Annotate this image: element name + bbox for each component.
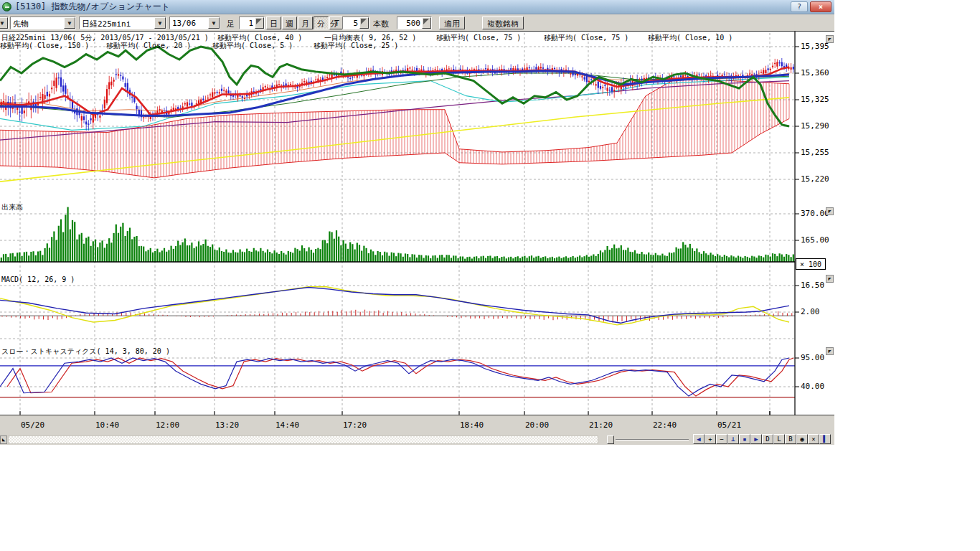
y-axis-tick-label: 165.00 bbox=[801, 235, 829, 245]
y-axis-tick-label: 2.00 bbox=[801, 307, 820, 316]
legend-item: 移動平均( Close, 5 ) bbox=[212, 41, 293, 51]
dropdown-arrow-icon[interactable]: ▼ bbox=[154, 17, 166, 29]
x-axis-tick-label: 05/20 bbox=[21, 420, 44, 430]
x-axis-tick-label: 12:00 bbox=[156, 420, 179, 430]
spinner-icon[interactable] bbox=[359, 17, 369, 29]
zoom-slider-track[interactable] bbox=[616, 439, 689, 441]
spinner-icon[interactable] bbox=[422, 17, 431, 29]
ashi-label: 足 bbox=[227, 17, 235, 29]
ashi-stepper[interactable]: 1 bbox=[239, 17, 265, 29]
legend-item: 移動平均( Close, 75 ) bbox=[544, 33, 628, 43]
x-axis-tick-label: 20:00 bbox=[525, 420, 549, 430]
y-axis-tick-label: 16.50 bbox=[801, 281, 824, 290]
multi-symbol-button[interactable]: 複数銘柄 bbox=[482, 17, 524, 29]
minute-stepper[interactable]: 5 bbox=[342, 17, 369, 29]
y-axis-tick-label: 95.00 bbox=[801, 353, 824, 362]
dropdown-arrow-icon[interactable]: ▼ bbox=[208, 17, 220, 29]
corner-resize-button[interactable]: ◣ bbox=[0, 435, 7, 444]
chart-plot[interactable] bbox=[0, 32, 834, 415]
bottom-scroll-bar: ◣ ◀+−⊥▪▶DLB◉×▌ bbox=[0, 433, 834, 445]
legend-item: 移動平均( Close, 10 ) bbox=[648, 33, 732, 43]
x-axis-tick-label: 22:40 bbox=[653, 420, 677, 430]
y-axis-tick-label: 40.00 bbox=[801, 382, 824, 391]
help-button[interactable]: ? bbox=[791, 1, 808, 12]
macd-pane-label: MACD( 12, 26, 9 ) bbox=[1, 276, 75, 283]
zoom-in-button[interactable]: + bbox=[705, 434, 716, 444]
contract-combobox[interactable]: 13/06▼ bbox=[169, 17, 220, 29]
y-axis-tick-label: 15,290 bbox=[801, 121, 829, 131]
x-axis-tick-label: 05/21 bbox=[717, 420, 741, 430]
play-button[interactable]: ▶ bbox=[750, 434, 762, 444]
category-combobox[interactable]: 先物▼ bbox=[10, 17, 76, 29]
window-title: [5130] 指数先物/オプションチャート bbox=[15, 1, 170, 13]
pane-collapse-arrow-icon[interactable]: ◤ bbox=[826, 35, 834, 43]
dot-mode-button[interactable]: ▪ bbox=[739, 434, 750, 444]
dropdown-arrow-icon[interactable]: ▼ bbox=[64, 17, 75, 29]
x-axis-tick-label: 18:40 bbox=[460, 420, 484, 430]
hidden-combobox[interactable]: ▼ bbox=[0, 17, 9, 29]
symbol-combobox[interactable]: 日経225mini▼ bbox=[79, 17, 166, 29]
y-axis-tick-label: 15,395 bbox=[801, 42, 829, 51]
period-button-月[interactable]: 月 bbox=[298, 17, 313, 29]
y-axis-tick-label: 15,325 bbox=[801, 95, 829, 104]
y-axis-tick-label: 15,360 bbox=[801, 68, 829, 77]
y-axis-tick-label: 15,255 bbox=[801, 148, 829, 157]
dropdown-arrow-icon[interactable]: ▼ bbox=[0, 17, 8, 29]
x-axis-tick-label: 14:40 bbox=[275, 420, 299, 430]
pane-collapse-arrow-icon[interactable]: ◤ bbox=[826, 207, 834, 215]
scroll-left-button[interactable]: ◀ bbox=[693, 434, 705, 444]
draw-d-button[interactable]: D bbox=[762, 434, 773, 444]
zoom-slider-handle[interactable] bbox=[607, 435, 614, 444]
legend-item: 移動平均( Close, 150 ) bbox=[0, 41, 89, 51]
minute-label: 分 bbox=[330, 17, 338, 29]
apply-button[interactable]: 適用 bbox=[439, 17, 465, 29]
x-axis-tick-label: 17:20 bbox=[343, 420, 367, 430]
stoch-pane-label: スロー・ストキャスティクス( 14, 3, 80, 20 ) bbox=[1, 347, 170, 357]
pane-collapse-arrow-icon[interactable]: ◤ bbox=[826, 275, 834, 283]
legend-item: 移動平均( Close, 20 ) bbox=[106, 41, 191, 51]
y-axis-tick-label: 370.00 bbox=[801, 209, 829, 218]
spinner-icon[interactable] bbox=[255, 17, 264, 29]
y-axis-tick-label: 15,220 bbox=[801, 174, 829, 184]
period-button-分[interactable]: 分 bbox=[314, 17, 329, 29]
app-icon bbox=[2, 2, 11, 11]
title-bar: [5130] 指数先物/オプションチャート ? × bbox=[0, 0, 834, 14]
volume-pane-label: 出来高 bbox=[1, 202, 23, 212]
bars-stepper[interactable]: 500 bbox=[397, 17, 432, 29]
legend-item: 移動平均( Close, 25 ) bbox=[314, 41, 398, 51]
volume-multiplier-badge: × 100 bbox=[796, 258, 826, 270]
box-b-button[interactable]: B bbox=[785, 434, 796, 444]
partial-button[interactable]: ▌ bbox=[819, 434, 831, 444]
line-l-button[interactable]: L bbox=[773, 434, 785, 444]
delete-button[interactable]: × bbox=[808, 434, 819, 444]
period-button-日[interactable]: 日 bbox=[266, 17, 281, 29]
target-button[interactable]: ◉ bbox=[796, 434, 808, 444]
chart-window: [5130] 指数先物/オプションチャート ? × ▼ 先物▼ 日経225min… bbox=[0, 0, 834, 445]
toolbar: ▼ 先物▼ 日経225mini▼ 13/06▼ 足 1 日週月分T 分 5 本数… bbox=[0, 15, 834, 31]
scrollbar-track[interactable] bbox=[8, 435, 598, 444]
pane-collapse-arrow-icon[interactable]: ◤ bbox=[826, 347, 834, 355]
zoom-out-button[interactable]: − bbox=[716, 434, 727, 444]
x-axis-tick-label: 10:40 bbox=[95, 420, 119, 430]
legend-item: 移動平均( Close, 75 ) bbox=[436, 33, 521, 43]
chart-tool-buttons: ◀+−⊥▪▶DLB◉×▌ bbox=[693, 434, 831, 444]
x-axis-tick-label: 13:20 bbox=[215, 420, 239, 430]
close-button[interactable]: × bbox=[810, 1, 831, 12]
chart-area[interactable]: 日経225mini 13/06( 5分, 2013/05/17 - 2013/0… bbox=[0, 31, 834, 415]
period-button-週[interactable]: 週 bbox=[282, 17, 297, 29]
bars-label: 本数 bbox=[373, 17, 389, 29]
fit-button[interactable]: ⊥ bbox=[727, 434, 739, 444]
x-axis-tick-label: 21:20 bbox=[589, 420, 613, 430]
